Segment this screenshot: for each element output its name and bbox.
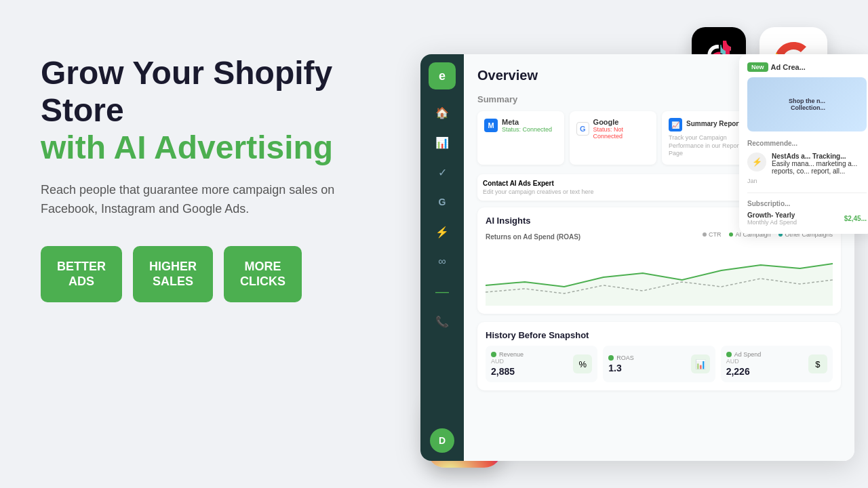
roas-metric: ROAS 1.3	[608, 354, 685, 373]
revenue-icon-btn: %	[573, 354, 592, 373]
google-platform: G Google Status: Not Connected	[576, 118, 650, 140]
google-card: G Google Status: Not Connected	[570, 111, 656, 165]
sidebar-logo: e	[429, 62, 456, 89]
meta-card: M Meta Status: Connected	[477, 111, 564, 165]
summary-report-card: 📈 Summary Report Track your Campaign Per…	[662, 111, 749, 165]
sidebar-g-icon[interactable]: G	[430, 190, 454, 214]
adspend-card: Ad Spend AUD 2,226 $	[721, 346, 833, 382]
badge-higher-sales: HIGHER SALES	[133, 246, 213, 302]
sidebar-divider-icon: —	[430, 279, 454, 304]
roas-icon-btn: 📊	[691, 354, 710, 373]
recommended-item: ⚡ NestAds a... Tracking... Easily mana..…	[747, 152, 867, 175]
dashboard-area: e 🏠 📊 ✓ G ⚡ ∞ — 📞 D Overview Summary M	[393, 41, 868, 474]
chart-platform-icon: 📈	[669, 118, 682, 131]
hero-section: Grow Your Shopify Store with AI Advertis…	[41, 54, 420, 302]
badge-more-clicks: MoRE CLICKS	[224, 246, 302, 302]
sidebar-lightning-icon[interactable]: ⚡	[430, 220, 454, 244]
recommended-title: Recommende...	[747, 140, 867, 147]
subscription-name: Growth- Yearly	[747, 211, 797, 219]
roas-chart	[486, 245, 833, 306]
subscription-item: Growth- Yearly Monthly Ad Spend $2,45...	[747, 211, 867, 226]
ad-creative-thumb: Shop the n...Collection...	[747, 77, 867, 131]
sidebar-chart-icon[interactable]: 📊	[430, 130, 454, 155]
sidebar-avatar: D	[430, 428, 454, 453]
sidebar-bottom: D	[430, 428, 454, 453]
headline-line1: Grow Your Shopify Store	[41, 55, 332, 128]
right-panel-header: New Ad Crea...	[747, 62, 867, 72]
subscription-price: $2,45...	[844, 215, 867, 222]
adspend-icon-btn: $	[808, 354, 827, 373]
subtext: Reach people that guarantee more campaig…	[41, 180, 366, 220]
jan-label: Jan	[747, 178, 867, 184]
history-section: History Before Snapshot Revenue AUD 2,88…	[477, 322, 841, 390]
sidebar-check-icon[interactable]: ✓	[430, 160, 454, 184]
chart-label: Returns on Ad Spend (ROAS)	[486, 233, 580, 241]
sidebar-infinity-icon[interactable]: ∞	[430, 249, 454, 274]
new-badge: New	[747, 62, 768, 72]
subscription-section: Subscriptio... Growth- Yearly Monthly Ad…	[747, 192, 867, 226]
sidebar: e 🏠 📊 ✓ G ⚡ ∞ — 📞 D	[420, 54, 464, 461]
sidebar-home-icon[interactable]: 🏠	[430, 100, 454, 125]
subscription-title: Subscriptio...	[747, 200, 867, 207]
headline: Grow Your Shopify Store with AI Advertis…	[41, 54, 420, 167]
right-panel: New Ad Crea... Shop the n...Collection..…	[739, 54, 868, 234]
revenue-metric: Revenue AUD 2,885	[491, 351, 568, 377]
ad-create-label: Ad Crea...	[771, 63, 806, 71]
adspend-metric: Ad Spend AUD 2,226	[726, 351, 803, 377]
sidebar-phone-icon[interactable]: 📞	[430, 309, 454, 333]
meta-icon: M	[484, 119, 498, 132]
nestads-icon: ⚡	[747, 152, 766, 171]
badges-container: BETTER Ads HIGHER SALES MoRE CLICKS	[41, 246, 420, 302]
recommended-section: Recommende... ⚡ NestAds a... Tracking...…	[747, 140, 867, 175]
meta-platform: M Meta Status: Connected	[484, 118, 557, 133]
history-title: History Before Snapshot	[486, 330, 833, 340]
badge-better-ads: BETTER Ads	[41, 246, 122, 302]
roas-card: ROAS 1.3 📊	[603, 346, 715, 382]
subscription-sub: Monthly Ad Spend	[747, 219, 797, 226]
revenue-card: Revenue AUD 2,885 %	[486, 346, 597, 382]
google-platform-icon: G	[576, 122, 589, 136]
history-cards: Revenue AUD 2,885 % ROAS	[486, 346, 833, 382]
headline-line2: with AI Advertising	[41, 129, 333, 165]
